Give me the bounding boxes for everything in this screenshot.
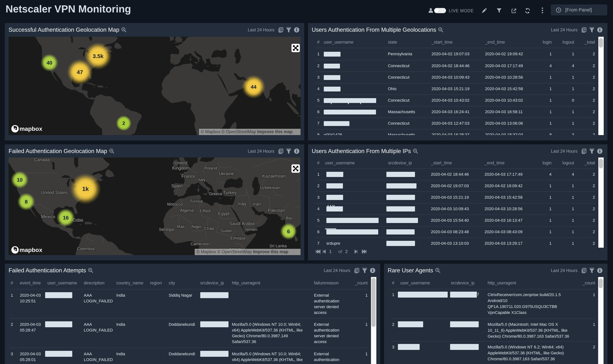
svg-text:Poland: Poland xyxy=(204,166,217,170)
svg-text:Uzbekistan: Uzbekistan xyxy=(260,185,280,190)
svg-text:Mexico: Mexico xyxy=(41,214,55,219)
svg-text:1k: 1k xyxy=(82,185,89,192)
svg-text:© Mapbox © OpenStreetMap Impro: © Mapbox © OpenStreetMap Improve this ma… xyxy=(201,129,293,134)
svg-text:Mali: Mali xyxy=(177,224,184,229)
svg-text:Bar: Bar xyxy=(286,216,293,221)
svg-text:16: 16 xyxy=(63,215,69,221)
svg-text:Kingdom: Kingdom xyxy=(172,166,190,170)
svg-text:Kazakhstan: Kazakhstan xyxy=(262,173,286,179)
svg-text:3.5k: 3.5k xyxy=(93,53,104,59)
svg-text:Egypt: Egypt xyxy=(218,211,230,216)
svg-text:44: 44 xyxy=(251,84,257,90)
svg-text:Colombia: Colombia xyxy=(77,246,95,251)
svg-text:40: 40 xyxy=(46,60,52,66)
svg-text:United: United xyxy=(174,160,187,165)
svg-text:Libya: Libya xyxy=(200,208,211,213)
svg-text:Spain: Spain xyxy=(171,183,183,188)
svg-text:United States: United States xyxy=(41,190,68,195)
svg-text:Italy: Italy xyxy=(198,177,206,182)
svg-text:10: 10 xyxy=(17,177,23,183)
svg-text:Sudan: Sudan xyxy=(220,228,232,233)
svg-text:Iraq: Iraq xyxy=(238,201,246,206)
svg-text:Sri Lanka: Sri Lanka xyxy=(269,244,287,248)
svg-text:mapbox: mapbox xyxy=(19,125,42,132)
svg-text:47: 47 xyxy=(77,69,83,75)
svg-text:mapbox: mapbox xyxy=(19,247,42,253)
svg-text:Iran: Iran xyxy=(253,201,261,207)
svg-text:Morocco: Morocco xyxy=(167,202,183,207)
svg-text:France: France xyxy=(181,174,195,179)
svg-text:Niger: Niger xyxy=(192,224,202,229)
svg-text:8: 8 xyxy=(25,199,28,205)
svg-text:Chad: Chad xyxy=(204,226,214,231)
svg-text:Cameroon: Cameroon xyxy=(191,242,210,246)
svg-text:Tunisia: Tunisia xyxy=(190,199,203,204)
svg-text:Ethiopia: Ethiopia xyxy=(230,236,245,240)
svg-text:2: 2 xyxy=(122,120,125,126)
svg-text:Algeria: Algeria xyxy=(180,208,194,213)
svg-text:Greece: Greece xyxy=(209,192,222,196)
svg-text:6: 6 xyxy=(287,229,290,234)
svg-text:© Mapbox © OpenStreetMap Impro: © Mapbox © OpenStreetMap Improve this ma… xyxy=(196,249,288,254)
svg-text:Yemen: Yemen xyxy=(245,227,257,232)
svg-text:Ukraine: Ukraine xyxy=(219,171,234,176)
svg-text:Pakistan: Pakistan xyxy=(268,208,285,213)
svg-text:Senegal: Senegal xyxy=(159,227,174,232)
svg-text:Turkey: Turkey xyxy=(223,190,237,195)
svg-text:Canada: Canada xyxy=(34,157,50,162)
svg-text:Saudi Arabia: Saudi Arabia xyxy=(229,221,255,226)
